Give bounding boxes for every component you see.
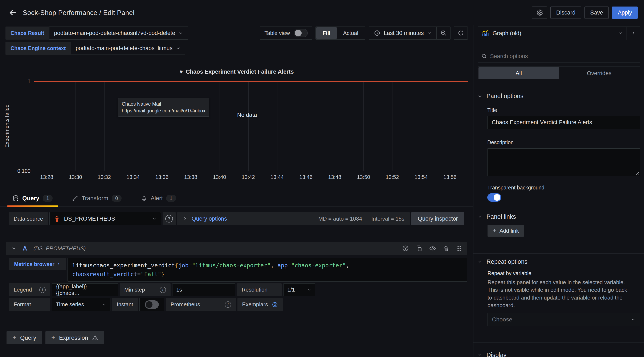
x-tick-label: 13:50 [357,174,370,180]
x-tick-label: 13:38 [184,174,197,180]
data-source-picker[interactable]: DS_PROMETHEUS [50,212,161,225]
query-inspector-button[interactable]: Query inspector [412,212,464,225]
delete-query-trash-icon[interactable] [443,245,450,252]
resolution-label: Resolution [237,283,282,296]
add-link-button[interactable]: + Add link [488,225,524,237]
section-repeat-options[interactable]: Repeat options [478,258,640,265]
duplicate-query-icon[interactable] [416,245,422,252]
chevron-down-icon [478,352,482,357]
min-step-label: Min step i [120,283,170,296]
back-button[interactable] [6,6,19,19]
x-tick-label: 13:44 [270,174,284,180]
gridline [306,81,306,171]
refresh-icon [458,30,464,37]
y-tick-1: 1 [28,78,30,84]
tab-transform[interactable]: Transform 0 [66,195,127,206]
promql-expression-input[interactable]: litmuschaos_experiment_verdict{job="litm… [68,258,467,282]
x-tick-label: 13:32 [98,174,111,180]
question-circle-icon: ? [165,215,173,222]
tab-all[interactable]: All [478,67,559,79]
add-query-button[interactable]: + Query [6,331,42,344]
bell-icon [141,195,147,201]
interval-value: Interval = 15s [372,216,404,222]
metrics-browser-button[interactable]: Metrics browser [9,258,66,270]
prometheus-icon [54,215,60,222]
visualization-select[interactable]: Graph (old) [478,30,626,37]
zoom-out-icon [440,30,447,37]
variable-chaos-result: Chaos Result podtato-main-pod-delete-cha… [6,27,188,40]
x-tick-label: 13:30 [69,174,82,180]
panel-description-textarea[interactable] [487,148,640,176]
variable-chaos-engine-context: Chaos Engine context podtato-main-pod-de… [6,42,188,55]
expr-token-op: = [288,262,291,269]
format-select[interactable]: Time series [52,298,110,311]
resolution-select[interactable]: 1/1 [283,283,315,296]
expr-token-op: , [271,262,278,269]
query-options-link[interactable]: Query options [192,216,227,222]
section-display[interactable]: Display [478,351,640,357]
resize-grip-icon[interactable] [636,172,639,175]
gridline [450,81,450,171]
info-icon: i [225,301,231,308]
instant-label: Instant [112,298,138,311]
y-tick-0100: 0.100 [17,168,30,174]
add-expression-button[interactable]: + Expression [46,331,104,344]
x-tick-label: 13:42 [242,174,255,180]
time-range-picker[interactable]: Last 30 minutes [369,27,436,39]
discard-button[interactable]: Discard [550,7,581,19]
legend-input[interactable]: {{app_label}} - {{chaos… [52,283,118,296]
expr-token-string: "Fail" [141,271,161,277]
expr-token-brace: { [175,262,178,269]
variable-value-dropdown[interactable]: podtato-main-pod-delete-chaos_litmus [71,42,186,55]
graph-plot-area[interactable]: Experiments failed 1 0.100 No data Chaos… [34,81,468,171]
chevron-down-icon [102,302,106,307]
transparent-bg-toggle[interactable] [487,193,501,202]
expr-token-op: , [346,262,349,269]
tab-query[interactable]: Query 1 [7,195,58,206]
expr-token-op: = [188,262,192,269]
tab-overrides[interactable]: Overrides [559,67,640,79]
min-step-input[interactable]: 1s [172,283,235,296]
repeat-variable-select[interactable]: Choose [488,313,640,326]
plus-icon: + [51,334,55,342]
panel-title-input[interactable]: Chaos Experiment Verdict Failure Alerts [487,116,640,129]
query-help-icon[interactable] [402,245,409,252]
actual-option[interactable]: Actual [337,27,364,39]
description-field-label: Description [487,139,640,145]
exemplars-bullseye-icon[interactable] [272,301,278,308]
apply-button[interactable]: Apply [612,7,638,19]
query-options-bar[interactable]: Query options MD = auto = 1084 Interval … [177,212,410,225]
gridline [47,81,47,171]
drag-handle-icon[interactable] [456,245,462,252]
search-options-input[interactable]: Search options [478,50,640,63]
panel-title[interactable]: ♥ Chaos Experiment Verdict Failure Alert… [0,69,473,75]
search-placeholder: Search options [490,53,528,60]
transform-icon [72,195,78,201]
table-view-toggle[interactable] [294,29,308,37]
section-panel-links[interactable]: Panel links [478,213,640,220]
warning-triangle-icon [92,335,98,341]
variable-value-dropdown[interactable]: podtato-main-pod-delete-chaosnl7vd-pod-d… [49,27,188,40]
database-icon [12,195,19,201]
panel-settings-button[interactable] [532,7,547,19]
refresh-button[interactable] [454,27,468,40]
section-panel-options[interactable]: Panel options [478,93,640,100]
expr-token-label: job [178,262,189,269]
chevron-down-icon [631,317,636,322]
time-range-control: Last 30 minutes [369,27,450,40]
expr-token-label: app [278,262,288,269]
toggle-viz-picker-button[interactable] [626,27,640,40]
instant-toggle[interactable] [145,300,159,309]
disable-query-eye-icon[interactable] [429,245,436,252]
x-tick-label: 13:34 [126,174,140,180]
x-tick-label: 13:52 [386,174,399,180]
tab-alert[interactable]: Alert 1 [136,195,182,206]
instant-toggle-box [140,298,164,311]
tooltip-url: https://mail.google.com/mail/u/1/#inbox [122,107,206,114]
save-button[interactable]: Save [584,7,609,19]
zoom-out-button[interactable] [436,27,450,39]
chevron-down-icon [478,94,482,99]
fill-option[interactable]: Fill [316,27,337,39]
datasource-help-button[interactable]: ? [162,212,176,225]
query-row-header[interactable]: A (DS_PROMETHEUS) [6,242,467,255]
